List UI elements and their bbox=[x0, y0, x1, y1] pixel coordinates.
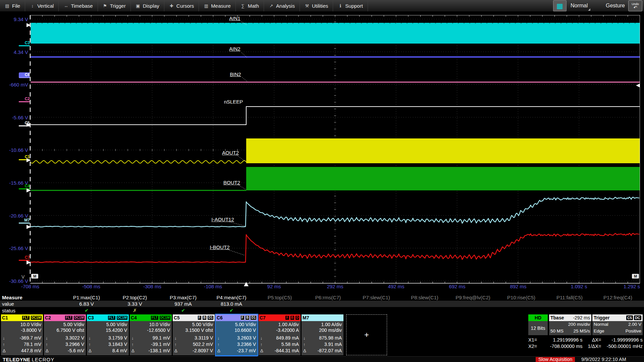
stat-min: -369.7 mV bbox=[19, 335, 41, 341]
time-label: 292 ms bbox=[320, 284, 350, 289]
stat-min: 3.3119 V bbox=[195, 335, 213, 341]
channel-box-c6-selected[interactable]: C6 FBD1 5.00 V/div 10.6600 V ↓3.2603 V ↑… bbox=[216, 314, 258, 355]
x1-label: X1= bbox=[528, 337, 543, 343]
measure-p12[interactable]: P12:freq(C4) bbox=[594, 295, 642, 300]
trigger-coupling-badge: DC bbox=[634, 315, 641, 320]
chevron-down-icon bbox=[588, 8, 590, 11]
trace-label-i-bout2: I-BOUT2 bbox=[205, 244, 234, 250]
time-label: 492 ms bbox=[381, 284, 411, 289]
measure-p4[interactable]: P4:mean(C7) bbox=[207, 295, 256, 300]
stat-delta: 447.8 mV bbox=[21, 348, 41, 354]
timebase-box[interactable]: Tbase-292 ms 200 ms/div 50 MS25 MS/s bbox=[549, 314, 591, 335]
menu-support[interactable]: ℹSupport bbox=[333, 0, 368, 11]
channel-id: C6 bbox=[217, 315, 223, 320]
trigger-flag-icon: ⚑ bbox=[103, 3, 108, 8]
menu-timebase[interactable]: ↔Timebase bbox=[59, 0, 98, 11]
trace-label-aout2: AOUT2 bbox=[219, 150, 242, 156]
measure-icon: ▥ bbox=[204, 3, 209, 8]
hd-bits: 12 Bits bbox=[528, 321, 548, 335]
menu-display[interactable]: ▣Display bbox=[131, 0, 164, 11]
coupling-badge: DC1M bbox=[73, 315, 85, 320]
channel-box-c3[interactable]: C3 FLTDC1M 5.00 V/div 15.4200 V ↓3.1759 … bbox=[87, 314, 129, 355]
stat-delta: -138.1 mV bbox=[148, 348, 170, 354]
stat-delta: -23.7 mV bbox=[237, 348, 256, 354]
d1-badge: D1 bbox=[250, 315, 257, 320]
measure-p11[interactable]: P11:fall(C5) bbox=[545, 295, 594, 300]
f-badge: F bbox=[240, 315, 245, 320]
menu-utilities-label: Utilities bbox=[312, 3, 328, 9]
grid-display-button[interactable]: ▦ bbox=[553, 0, 567, 11]
x1-value: 1.29199996 s bbox=[543, 337, 583, 343]
delta-icon: Δ bbox=[46, 348, 51, 354]
measure-p7[interactable]: P7:slew(C1) bbox=[352, 295, 400, 300]
trace-label-ain2: AIN2 bbox=[224, 46, 246, 52]
d1-badge: D1 bbox=[207, 315, 214, 320]
math-icon: ∑ bbox=[240, 3, 246, 8]
measure-p3[interactable]: P3:max(C7) bbox=[159, 295, 207, 300]
channel-id: C5 bbox=[174, 315, 180, 320]
menu-analysis[interactable]: ↗Analysis bbox=[264, 0, 300, 11]
timebase-samples: 50 MS bbox=[550, 328, 564, 335]
trigger-box[interactable]: Trigger C5DC Normal2.00 V EdgePositive bbox=[592, 314, 643, 335]
channel-box-c1[interactable]: C1 FLTDC1M 10.0 V/div -3.8000 V ↓-369.7 … bbox=[1, 314, 43, 355]
display-icon: ▣ bbox=[136, 3, 141, 8]
display-mode-dropdown[interactable]: Normal bbox=[571, 0, 588, 11]
measure-p10[interactable]: P10:rise(C5) bbox=[497, 295, 545, 300]
delta-icon: Δ bbox=[217, 348, 222, 354]
channel-offset: -3.42000 A bbox=[259, 327, 301, 333]
measure-value: 937 mA bbox=[159, 301, 207, 307]
status-check-icon: ✔ bbox=[62, 308, 111, 313]
measure-value: 3.33 V bbox=[111, 301, 159, 307]
time-label: 892 ms bbox=[503, 284, 533, 289]
datetime-label: 9/9/2022 9:22:10 AM bbox=[581, 357, 626, 362]
hd-acquisition-box[interactable]: HD 12 Bits bbox=[528, 314, 548, 335]
time-label: 1.092 s bbox=[564, 284, 594, 289]
stat-delta: -872.07 mA bbox=[318, 348, 342, 354]
measure-p6[interactable]: P6:rms(C7) bbox=[304, 295, 352, 300]
measure-p2[interactable]: P2:top(C2) bbox=[111, 295, 159, 300]
min-arrow-icon: ↓ bbox=[3, 335, 8, 341]
menu-utilities[interactable]: ⚒Utilities bbox=[300, 0, 333, 11]
waveform-grid: MM bbox=[26, 15, 640, 287]
utilities-icon: ⚒ bbox=[305, 3, 310, 8]
b-badge: B bbox=[202, 315, 207, 320]
measure-p1[interactable]: P1:max(C1) bbox=[62, 295, 111, 300]
add-trace-button[interactable]: + bbox=[346, 314, 387, 355]
menu-vertical[interactable]: ↕Vertical bbox=[25, 0, 59, 11]
dx-value: -1.99999996 s bbox=[603, 337, 643, 343]
trigger-source-badge: C5 bbox=[626, 315, 633, 320]
channel-timebase: 200 ms/div bbox=[302, 327, 343, 333]
support-info-icon: ℹ bbox=[338, 3, 343, 8]
menu-trigger-label: Trigger bbox=[110, 3, 126, 9]
stat-max: 502.2 mV bbox=[193, 341, 213, 348]
undo-button[interactable]: Undo ↶ bbox=[628, 0, 642, 11]
menu-bar: ▤File ↕Vertical ↔Timebase ⚑Trigger ▣Disp… bbox=[0, 0, 644, 12]
waveform-plot[interactable]: MM bbox=[26, 15, 640, 287]
channel-box-c7[interactable]: C7 FBD 1.00 A/div -3.42000 A ↓849.89 mA … bbox=[259, 314, 301, 355]
measure-p5[interactable]: P5:top(C5) bbox=[256, 295, 304, 300]
time-label: 692 ms bbox=[442, 284, 472, 289]
measure-p8[interactable]: P8:slew(C1) bbox=[400, 295, 449, 300]
min-arrow-icon: ↓ bbox=[131, 335, 137, 341]
channel-offset: 10.6600 V bbox=[216, 327, 258, 333]
menu-support-label: Support bbox=[345, 3, 363, 9]
menu-file[interactable]: ▤File bbox=[0, 0, 25, 11]
channel-box-c4[interactable]: C4 FLTDC1M 10.0 V/div -12.6500 V ↓99.1 m… bbox=[130, 314, 172, 355]
max-arrow-icon: ↑ bbox=[46, 341, 51, 348]
menu-trigger[interactable]: ⚑Trigger bbox=[98, 0, 131, 11]
voltage-label: -10.66 V bbox=[1, 147, 28, 153]
menu-measure[interactable]: ▥Measure bbox=[199, 0, 235, 11]
undo-arrow-icon: ↶ bbox=[634, 6, 637, 10]
filter-badge: FLT bbox=[151, 315, 159, 320]
brand-logo: TELEDYNE LECROY bbox=[3, 357, 54, 362]
menu-cursors[interactable]: ✚Cursors bbox=[164, 0, 199, 11]
channel-box-c2[interactable]: C2 FLTDC1M 5.00 V/div 6.7500 V ofst ↓3.3… bbox=[44, 314, 86, 355]
stat-min: 849.89 mA bbox=[276, 335, 299, 341]
menu-display-label: Display bbox=[143, 3, 159, 9]
channel-box-m7[interactable]: M7 1.00 A/div 200 ms/div ↓875.98 mA ↑3.9… bbox=[302, 314, 343, 355]
menu-math[interactable]: ∑Math bbox=[236, 0, 264, 11]
max-arrow-icon: ↑ bbox=[217, 341, 222, 348]
channel-box-c5[interactable]: C5 FBD1 5.00 V/div 3.1500 V ofst ↓3.3119… bbox=[173, 314, 215, 355]
x2-value: -708.00000 ms bbox=[543, 343, 583, 350]
measure-p9[interactable]: P9:freq@lv(C2) bbox=[449, 295, 497, 300]
